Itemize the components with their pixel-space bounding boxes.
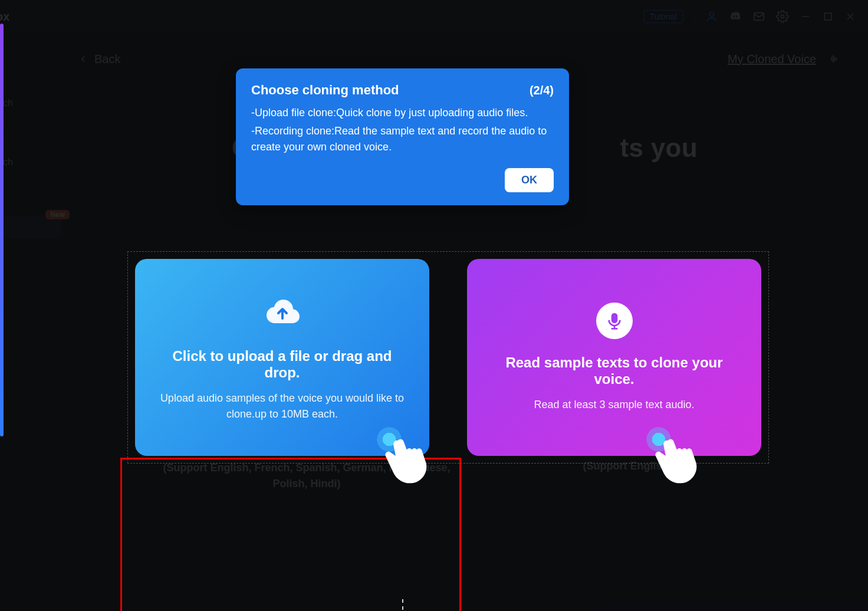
upload-card[interactable]: Click to upload a file or drag and drop.… — [135, 259, 429, 456]
record-card-title: Read sample texts to clone your voice. — [488, 354, 740, 387]
tutorial-tooltip: Choose cloning method (2/4) -Upload file… — [236, 68, 569, 205]
tooltip-line-1: -Upload file clone:Quick clone by just u… — [251, 105, 554, 121]
tooltip-title: Choose cloning method — [251, 83, 399, 98]
upload-card-desc: Upload audio samples of the voice you wo… — [159, 390, 406, 422]
microphone-icon — [596, 303, 633, 339]
tooltip-ok-button[interactable]: OK — [505, 168, 554, 192]
connector-line — [402, 599, 403, 611]
record-card[interactable]: Read sample texts to clone your voice. R… — [467, 259, 761, 456]
upload-card-title: Click to upload a file or drag and drop. — [156, 348, 408, 381]
pointer-hand-upload-icon — [377, 431, 442, 498]
tooltip-step: (2/4) — [530, 84, 554, 97]
tooltip-line-2: -Recording clone:Read the sample text an… — [251, 123, 554, 155]
svg-rect-7 — [612, 314, 617, 323]
pointer-hand-record-icon — [647, 431, 712, 498]
accent-strip — [0, 24, 4, 436]
record-card-desc: Read at least 3 sample text audio. — [534, 397, 694, 413]
cloud-upload-icon — [264, 293, 301, 333]
